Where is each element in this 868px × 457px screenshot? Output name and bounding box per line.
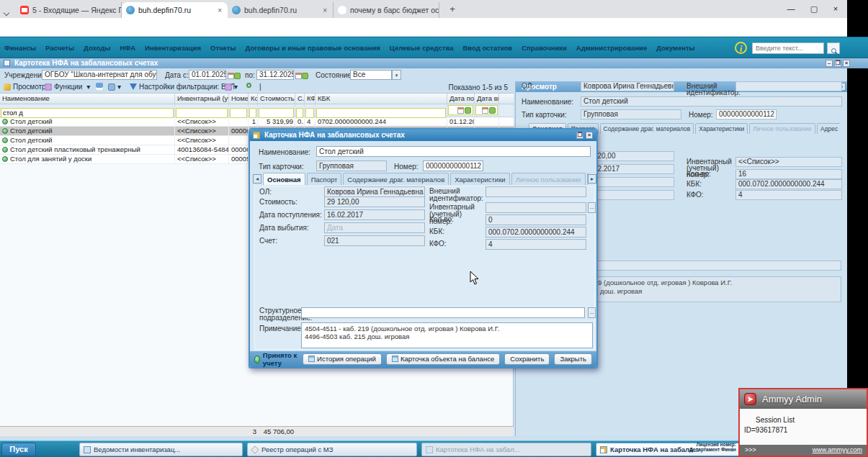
column-header[interactable]: Дата вы... xyxy=(475,94,499,104)
modal-titlebar[interactable]: Карточка НФА на забалансовых счетах ❐ × xyxy=(250,130,596,141)
tab-search-icon[interactable] xyxy=(4,5,9,18)
lookup-ellipsis-button[interactable]: ... xyxy=(588,202,596,213)
modal-number-input[interactable]: 00000000000112 xyxy=(423,160,483,171)
ammyy-titlebar[interactable]: ➤ Ammyy Admin xyxy=(740,389,867,409)
table-row[interactable]: Стол детский <<Список>> 1 5 319,99 0... … xyxy=(0,117,514,127)
filter-settings-button[interactable]: Настройки фильтрации: ВКЛ xyxy=(130,83,235,91)
lookup-ellipsis-button[interactable]: ... xyxy=(588,307,596,318)
modal-tab[interactable]: Содержание драг. материалов xyxy=(343,173,449,185)
column-header[interactable]: Наименование xyxy=(0,94,175,104)
modal-tab[interactable]: Основная xyxy=(263,173,305,185)
date-from-calendar-icon[interactable] xyxy=(228,71,241,79)
column-header[interactable]: Дата по... xyxy=(447,94,475,104)
field-input[interactable] xyxy=(486,202,586,213)
preview-tab[interactable]: Адрес xyxy=(817,123,840,134)
cost-filter-input[interactable] xyxy=(259,108,294,118)
column-header[interactable]: Ко... xyxy=(249,94,258,104)
settings-button[interactable]: ▾ xyxy=(225,83,238,91)
new-tab-button[interactable]: + xyxy=(447,4,458,15)
date-out-filter[interactable] xyxy=(475,105,498,115)
menu-item[interactable]: Доходы xyxy=(84,44,110,52)
view-button[interactable]: Просмотр xyxy=(4,83,46,91)
list-button[interactable] xyxy=(96,83,103,90)
menu-item[interactable]: Отчеты xyxy=(210,44,236,52)
state-dropdown-icon[interactable]: ▾ xyxy=(392,70,401,80)
print-button[interactable]: ▾ xyxy=(108,83,121,91)
window-maximize-icon[interactable]: ▢ xyxy=(808,4,820,15)
window-minimize-icon[interactable]: — xyxy=(785,4,797,15)
ammyy-session-list[interactable]: Session List xyxy=(756,416,795,424)
column-header[interactable]: КФО xyxy=(305,94,316,104)
browser-tab[interactable]: ​ почему в барс бюджет основ × xyxy=(334,2,439,18)
menu-item[interactable]: Расчеты xyxy=(45,44,74,52)
preview-tab[interactable]: Характеристики xyxy=(695,123,748,134)
taskbar-button[interactable]: Реестр операций с МЗ xyxy=(247,443,417,456)
modal-name-input[interactable]: Стол детский xyxy=(316,146,591,157)
modal-tab[interactable]: Характеристики xyxy=(450,173,509,185)
info-icon[interactable]: i xyxy=(735,42,747,54)
header-search-input[interactable] xyxy=(752,42,824,54)
menu-item[interactable]: Ввод остатков xyxy=(462,44,512,52)
c-filter-input[interactable] xyxy=(296,108,303,118)
browser-tab[interactable]: ​ 5 - Входящие — Яндекс Почта × xyxy=(16,2,122,18)
ammyy-website-link[interactable]: www.ammyy.com xyxy=(813,445,862,455)
column-header[interactable]: Стоимость xyxy=(258,94,295,104)
preview-tab[interactable]: Личное пользование xyxy=(749,123,815,134)
window-close-icon[interactable]: × xyxy=(830,4,841,15)
date-to-input[interactable]: 31.12.2025 xyxy=(256,70,294,80)
modal-close-icon[interactable]: × xyxy=(586,132,593,139)
menu-item[interactable]: Целевые средства xyxy=(390,44,454,52)
balance-card-button[interactable]: Карточка объекта на балансе xyxy=(386,353,500,365)
state-select[interactable]: Все xyxy=(350,70,392,80)
kfo-filter-input[interactable] xyxy=(305,108,314,118)
struct-input[interactable] xyxy=(301,307,585,318)
save-button[interactable]: Сохранить xyxy=(504,353,550,365)
clear-icon[interactable] xyxy=(489,107,496,114)
field-input[interactable]: 000.0702.0000000000.244 xyxy=(486,227,586,237)
column-header[interactable]: Номер xyxy=(229,94,249,104)
taskbar-button[interactable]: Картотека НФА на забал... xyxy=(421,443,591,456)
field-input[interactable]: 4 xyxy=(486,239,586,250)
qty-filter-input[interactable] xyxy=(249,108,256,118)
column-header[interactable]: Инвентарный (уче... xyxy=(175,94,229,104)
menu-item[interactable]: Справочники xyxy=(522,44,567,52)
institution-input[interactable]: ОГБОУ "Школа-интернат для обучающихся с xyxy=(42,70,157,80)
ammyy-expand-arrows[interactable]: >>> xyxy=(745,445,756,455)
column-header[interactable]: С... xyxy=(295,94,305,104)
history-button[interactable]: История операций xyxy=(303,353,382,365)
inventory-filter-input[interactable] xyxy=(176,108,228,118)
calendar-icon[interactable] xyxy=(457,107,464,114)
modal-tab[interactable]: Паспорт xyxy=(307,173,342,185)
date-in-filter[interactable] xyxy=(448,105,473,115)
menu-item[interactable]: Финансы xyxy=(4,44,36,52)
refresh-button[interactable] xyxy=(246,83,251,88)
number-filter-input[interactable] xyxy=(230,108,247,118)
tab-close-icon[interactable]: × xyxy=(216,6,223,14)
date-to-calendar-icon[interactable] xyxy=(295,71,308,79)
kbk-filter-input[interactable] xyxy=(316,108,446,118)
menu-item[interactable]: Документы xyxy=(656,44,694,52)
clear-icon[interactable] xyxy=(465,107,471,114)
tabs-scroll-left-icon[interactable]: ◂ xyxy=(253,174,261,184)
taskbar-button[interactable]: Ведомости инвентаризац... xyxy=(79,443,243,456)
menu-item[interactable]: Договоры и иные правовые основания xyxy=(246,44,380,52)
browser-tab[interactable]: ​ buh.depfin70.ru × xyxy=(122,2,228,18)
search-button[interactable] xyxy=(827,42,840,54)
menu-item[interactable]: НФА xyxy=(120,44,135,52)
app-close-icon[interactable]: × xyxy=(843,60,850,67)
note-textarea[interactable]: 4504-4511 - каб. 219 (дошкольное отд. иг… xyxy=(301,322,593,348)
menu-item[interactable]: Инвентаризация xyxy=(145,44,201,52)
column-header[interactable]: КБК xyxy=(316,94,447,104)
browser-tab[interactable]: ​ buh.depfin70.ru × xyxy=(228,2,334,18)
app-restore-icon[interactable]: ❐ xyxy=(834,60,841,67)
field-input[interactable]: 0 xyxy=(486,214,586,225)
field-input[interactable] xyxy=(486,186,586,197)
preview-tab[interactable]: Содержание драг. материалов xyxy=(600,123,694,134)
close-button[interactable]: Закрыть xyxy=(554,353,592,365)
tab-close-icon[interactable]: × xyxy=(321,6,328,14)
functions-button[interactable]: Функции ▾ xyxy=(45,83,90,91)
app-minimize-icon[interactable]: – xyxy=(826,60,833,67)
name-filter-input[interactable] xyxy=(1,108,174,118)
modal-maximize-icon[interactable]: ❐ xyxy=(576,132,583,139)
calendar-icon[interactable] xyxy=(482,107,488,114)
